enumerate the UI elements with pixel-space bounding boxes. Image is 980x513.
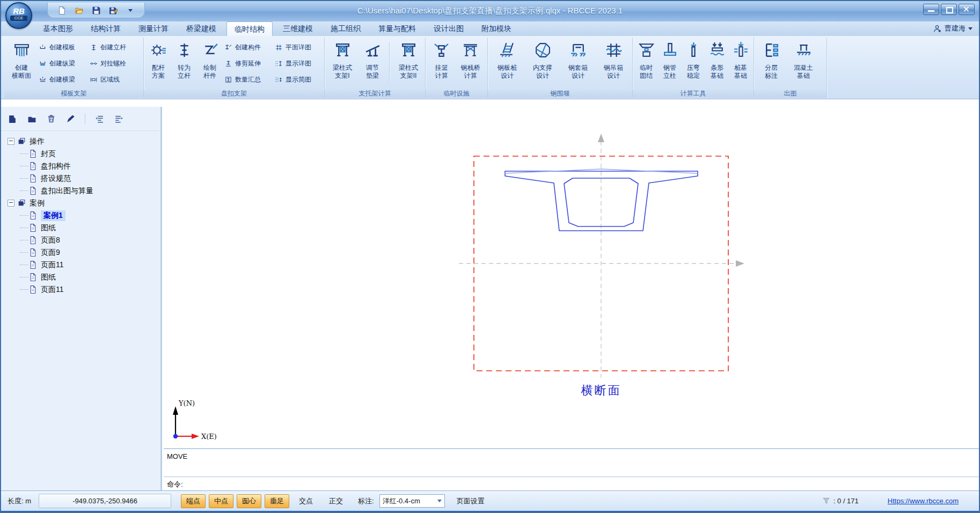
ribbon-group-label: 计算工具	[633, 90, 754, 98]
tab-structure-calc[interactable]: 结构计算	[83, 21, 128, 36]
region-line-button[interactable]: 区域线	[90, 75, 138, 85]
page-icon	[28, 186, 38, 195]
quantity-summary-button[interactable]: 数量汇总	[224, 75, 272, 85]
tree-item-drawing[interactable]: 图纸	[3, 222, 160, 234]
command-input-line[interactable]: 命令:	[164, 477, 979, 490]
tab-construction-org[interactable]: 施工组织	[323, 21, 368, 36]
create-upright-button[interactable]: 创建立杆	[90, 42, 138, 53]
tree-item-case1[interactable]: 案例1	[3, 209, 160, 222]
expand-list-button[interactable]	[114, 114, 124, 124]
snap-intersection-button[interactable]: 交点	[292, 494, 319, 508]
app-logo-button[interactable]: RB CCE	[5, 2, 32, 29]
bending-stability-button[interactable]: 压弯稳定	[682, 38, 705, 89]
hanging-box-design-button[interactable]: 钢吊箱设计	[596, 38, 631, 89]
convert-to-upright-button[interactable]: 转为立杆	[171, 38, 197, 89]
trim-extend-button[interactable]: 修剪延伸	[224, 58, 272, 69]
tab-3d-modeling[interactable]: 三维建模	[275, 21, 320, 36]
beam-column-support-1-button[interactable]: 梁柱式支架I	[326, 38, 359, 89]
ribbon: 创建 横断面 创建模板 创建纵梁 创建横梁 创建立杆 对拉螺栓 区域线 模板支架	[1, 36, 979, 99]
tab-quantity-material[interactable]: 算量与配料	[371, 21, 423, 36]
tree-guide	[20, 153, 28, 154]
create-longitudinal-beam-button[interactable]: 创建纵梁	[39, 58, 86, 69]
rename-button[interactable]	[65, 114, 76, 124]
create-cross-beam-button[interactable]: 创建横梁	[39, 75, 86, 85]
annotation-label: 标注:	[358, 496, 374, 506]
tab-bridge-modeling[interactable]: 桥梁建模	[179, 21, 224, 36]
region-line-icon	[90, 76, 98, 84]
create-formwork-button[interactable]: 创建模板	[39, 42, 86, 53]
snap-endpoint-button[interactable]: 端点	[181, 494, 206, 508]
snap-midpoint-button[interactable]: 中点	[209, 494, 233, 508]
draw-pen-icon	[201, 41, 219, 61]
strip-foundation-button[interactable]: 条形基础	[705, 38, 729, 89]
save-as-button[interactable]	[108, 5, 119, 16]
tie-bolt-button[interactable]: 对拉螺栓	[90, 58, 138, 69]
tab-temporary-structure[interactable]: 临时结构	[226, 21, 273, 36]
trash-icon	[47, 114, 56, 123]
tree-node-cases[interactable]: 案例	[3, 197, 160, 209]
create-component-button[interactable]: 创建构件	[224, 42, 272, 53]
steel-pipe-column-button[interactable]: 钢管立柱	[658, 38, 682, 89]
tab-survey-calc[interactable]: 测量计算	[131, 21, 176, 36]
pad-beam-icon	[364, 41, 382, 61]
tree-item-page8[interactable]: 页面8	[3, 234, 160, 246]
show-diagram-button[interactable]: 显示简图	[275, 75, 322, 85]
drawing-viewport[interactable]: 横断面 Y(N) X(E)	[164, 107, 980, 448]
plan-detail-button[interactable]: 平面详图	[275, 42, 322, 53]
add-page-button[interactable]	[8, 114, 18, 124]
tree-item-erection-spec[interactable]: 搭设规范	[3, 172, 160, 185]
snap-perpendicular-button[interactable]: 垂足	[265, 494, 289, 508]
expand-toggle[interactable]	[8, 200, 14, 207]
tree-node-operations[interactable]: 操作	[3, 135, 160, 148]
tree-guide	[20, 277, 28, 277]
command-history[interactable]: MOVE	[164, 448, 979, 477]
steel-caisson-design-button[interactable]: 钢套箱设计	[560, 38, 596, 89]
ortho-mode-button[interactable]: 正交	[323, 494, 349, 508]
hanging-basket-calc-button[interactable]: 挂篮计算	[427, 38, 456, 89]
collapse-list-button[interactable]	[94, 114, 105, 124]
minimize-icon	[928, 10, 934, 12]
beam-column-support-2-button[interactable]: 梁柱式支架II	[392, 38, 425, 89]
snap-center-button[interactable]: 圆心	[237, 494, 261, 508]
rod-scheme-button[interactable]: 配杆方案	[145, 38, 171, 89]
window-bottom-edge	[1, 511, 979, 513]
tree-item-page11[interactable]: 页面11	[3, 259, 160, 271]
tab-additional-modules[interactable]: 附加模块	[474, 21, 519, 36]
maximize-button[interactable]	[941, 4, 957, 15]
delete-button[interactable]	[46, 114, 56, 124]
pile-foundation-button[interactable]: 桩基基础	[729, 38, 752, 89]
page-setup-button[interactable]: 页面设置	[457, 496, 485, 506]
tree-item-page9[interactable]: 页面9	[3, 246, 160, 259]
formwork-icon	[39, 43, 47, 52]
inner-support-design-button[interactable]: 内支撑设计	[525, 38, 560, 89]
page-icon	[28, 273, 38, 282]
concrete-foundation-button[interactable]: 混凝土基础	[787, 38, 820, 89]
layered-annotation-button[interactable]: 分层标注	[756, 38, 787, 89]
close-button[interactable]	[959, 4, 975, 15]
qat-dropdown-button[interactable]	[125, 5, 136, 16]
new-file-button[interactable]	[56, 5, 67, 16]
user-account-menu[interactable]: 曹建海	[933, 24, 972, 33]
steel-trestle-calc-button[interactable]: 钢栈桥计算	[456, 38, 485, 89]
show-detail-button[interactable]: 显示详图	[275, 58, 322, 69]
tree-item-page11-2[interactable]: 页面11	[3, 283, 160, 296]
save-button[interactable]	[91, 5, 101, 16]
sheet-pile-design-button[interactable]: 钢板桩设计	[489, 38, 525, 89]
annotation-style-select[interactable]: 洋红-0.4-cm	[379, 494, 445, 508]
add-folder-button[interactable]	[27, 114, 37, 124]
temporary-consolidation-button[interactable]: 临时固结	[634, 38, 658, 89]
create-cross-section-button[interactable]: 创建 横断面	[6, 38, 37, 89]
website-link[interactable]: Https://www.rbcce.com	[888, 497, 959, 505]
tab-design-drawing[interactable]: 设计出图	[426, 21, 471, 36]
minimize-button[interactable]	[923, 4, 939, 15]
tree-item-panlock-drawing-quantity[interactable]: 盘扣出图与算量	[3, 185, 160, 197]
tree-item-panlock-components[interactable]: 盘扣构件	[3, 160, 160, 172]
expand-toggle[interactable]	[8, 138, 14, 145]
tree-item-drawing-2[interactable]: 图纸	[3, 271, 160, 283]
page-icon	[28, 260, 38, 269]
tab-basic-graphics[interactable]: 基本图形	[35, 21, 81, 36]
draw-member-button[interactable]: 绘制杆件	[197, 38, 223, 89]
tree-item-cover-page[interactable]: 封页	[3, 148, 160, 160]
open-file-button[interactable]	[74, 5, 84, 16]
adjust-pad-beam-button[interactable]: 调节垫梁	[359, 38, 386, 89]
